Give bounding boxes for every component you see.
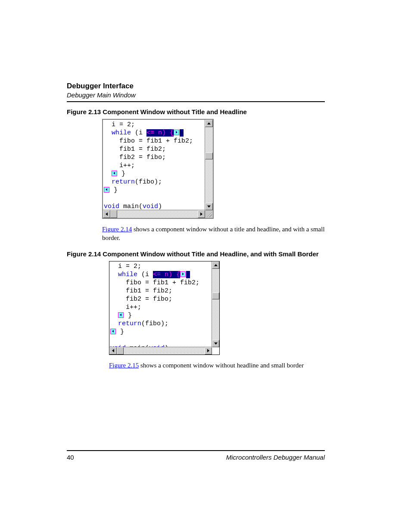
footer-rule xyxy=(67,450,325,451)
code-line: fibo = fib1 + fib2; xyxy=(104,137,193,145)
vertical-scrollbar[interactable] xyxy=(205,120,213,210)
component-window: i = 2; while (i <= n) { fibo = fib1 + fi… xyxy=(109,261,220,355)
scroll-down-button[interactable] xyxy=(205,203,213,210)
code-line: while (i <= n) { xyxy=(104,129,184,137)
code-line: void main(void) xyxy=(104,203,162,210)
figure-link[interactable]: Figure 2.15 xyxy=(109,362,139,369)
code-line: fib2 = fibo; xyxy=(110,296,172,303)
code-line: } xyxy=(110,328,124,336)
horizontal-scrollbar[interactable] xyxy=(109,347,212,355)
collapse-left-icon[interactable] xyxy=(104,187,109,193)
code-line: i = 2; xyxy=(110,263,141,270)
scroll-thumb[interactable] xyxy=(205,152,213,159)
resize-grip-icon[interactable] xyxy=(205,210,213,218)
code-line: i++; xyxy=(110,304,141,311)
scroll-thumb[interactable] xyxy=(212,292,219,299)
code-line: fib2 = fibo; xyxy=(104,154,166,161)
scroll-down-button[interactable] xyxy=(212,340,219,347)
scroll-thumb[interactable] xyxy=(110,210,117,218)
code-line: fib1 = fib2; xyxy=(110,287,172,295)
code-line: } xyxy=(104,170,125,177)
scroll-left-button[interactable] xyxy=(109,347,117,355)
code-line: } xyxy=(110,312,132,319)
book-title: Microcontrollers Debugger Manual xyxy=(226,454,325,461)
collapse-left-icon[interactable] xyxy=(118,312,124,318)
page-number: 40 xyxy=(67,454,74,461)
code-area[interactable]: i = 2; while (i <= n) { fibo = fib1 + fi… xyxy=(109,261,212,347)
scroll-right-button[interactable] xyxy=(205,347,212,355)
figure-link[interactable]: Figure 2.14 xyxy=(102,226,132,233)
expand-right-icon[interactable] xyxy=(174,130,179,135)
figure-caption: Figure 2.14 Component Window without Tit… xyxy=(67,250,325,258)
code-line: } xyxy=(104,187,118,194)
scroll-left-button[interactable] xyxy=(103,210,110,218)
collapse-left-icon[interactable] xyxy=(112,171,117,176)
collapse-left-icon[interactable] xyxy=(110,329,116,334)
body-paragraph: Figure 2.15 shows a component window wit… xyxy=(109,361,325,370)
scroll-up-button[interactable] xyxy=(205,120,213,127)
code-line: fibo = fib1 + fib2; xyxy=(110,279,199,286)
component-window: i = 2; while (i <= n) { fibo = fib1 + fi… xyxy=(102,119,214,219)
scroll-right-button[interactable] xyxy=(198,210,205,218)
header-title: Debugger Interface xyxy=(67,82,325,90)
expand-right-icon[interactable] xyxy=(180,271,186,277)
vertical-scrollbar[interactable] xyxy=(212,261,219,347)
code-area[interactable]: i = 2; while (i <= n) { fibo = fib1 + fi… xyxy=(103,120,205,210)
scroll-up-button[interactable] xyxy=(212,261,219,269)
header-subtitle: Debugger Main Window xyxy=(67,91,325,99)
code-line: i = 2; xyxy=(104,121,135,128)
header-rule xyxy=(67,101,325,102)
code-line: return(fibo); xyxy=(110,320,168,327)
code-line: return(fibo); xyxy=(104,178,162,186)
body-paragraph: Figure 2.14 shows a component window wit… xyxy=(102,225,325,243)
horizontal-scrollbar[interactable] xyxy=(103,210,205,218)
figure-caption: Figure 2.13 Component Window without Tit… xyxy=(67,108,325,115)
code-line: i++; xyxy=(104,162,135,169)
scroll-thumb[interactable] xyxy=(117,347,124,355)
code-line: while (i <= n) { xyxy=(110,271,190,278)
code-line: fib1 = fib2; xyxy=(104,146,166,153)
